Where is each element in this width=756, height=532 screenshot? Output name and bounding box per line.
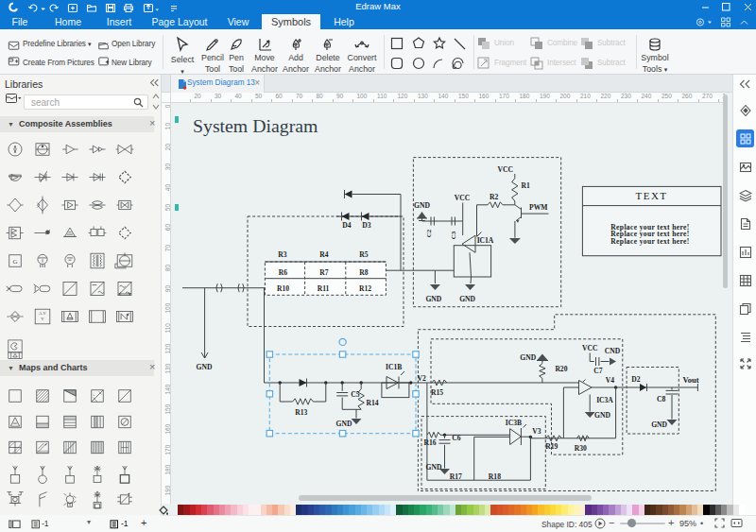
svg-text:R30: R30 [575,444,587,453]
svg-text:C2: C2 [425,229,433,237]
svg-text:R16: R16 [423,438,436,447]
svg-text:TEXT: TEXT [635,190,667,201]
svg-text:IC1A: IC1A [477,236,494,245]
svg-text:R4: R4 [319,250,328,259]
svg-text:R2: R2 [490,193,498,201]
svg-text:C3: C3 [450,231,457,239]
svg-text:D4: D4 [342,221,351,230]
svg-text:GND: GND [459,295,475,303]
svg-text:IC3B: IC3B [506,419,522,427]
svg-text:R20: R20 [555,365,567,373]
svg-text:IC3A: IC3A [596,396,613,404]
svg-text:D2: D2 [631,375,640,384]
svg-text:VCC: VCC [582,344,597,352]
svg-text:R8: R8 [359,268,368,277]
svg-text:R5: R5 [359,250,368,259]
svg-text:Y: Y [41,317,44,321]
svg-text:R19: R19 [545,442,558,451]
svg-text:V2: V2 [418,374,426,383]
svg-text:V4: V4 [606,376,614,385]
svg-text:R15: R15 [431,388,443,397]
svg-text:C8: C8 [657,395,665,403]
svg-text:GND: GND [425,295,441,303]
svg-text:GND: GND [336,420,352,428]
svg-text:R1: R1 [522,181,530,190]
svg-text:D3: D3 [362,221,370,230]
svg-text:GND: GND [414,201,430,210]
svg-text:V3: V3 [532,427,541,436]
svg-text:IC1B: IC1B [386,363,402,371]
svg-text:R6: R6 [279,268,287,277]
svg-text:GND: GND [594,411,610,420]
svg-text:R10: R10 [277,284,289,293]
svg-text:Vout: Vout [682,375,698,385]
svg-text:C7: C7 [593,367,602,375]
svg-text:R17: R17 [450,472,462,481]
svg-text:CND: CND [605,347,621,355]
svg-text:GND: GND [426,463,442,472]
svg-text:C6: C6 [452,434,460,442]
svg-text:R13: R13 [295,408,307,417]
svg-text:R12: R12 [359,284,371,293]
svg-text:VCC: VCC [497,165,512,174]
svg-text:GND: GND [520,353,536,362]
svg-text:G: G [12,258,17,266]
svg-text:A.V: A.V [39,311,47,316]
svg-text:R11: R11 [318,284,330,293]
svg-text:R18: R18 [489,472,501,481]
svg-text:VCC: VCC [455,194,470,202]
svg-text:GND: GND [197,363,213,371]
svg-text:GND: GND [651,420,667,429]
svg-text:R7: R7 [319,268,328,277]
svg-text:PWM: PWM [529,203,547,212]
svg-text:Replace your text here!: Replace your text here! [610,237,689,246]
svg-text:R3: R3 [278,250,286,259]
svg-text:R14: R14 [367,399,379,407]
